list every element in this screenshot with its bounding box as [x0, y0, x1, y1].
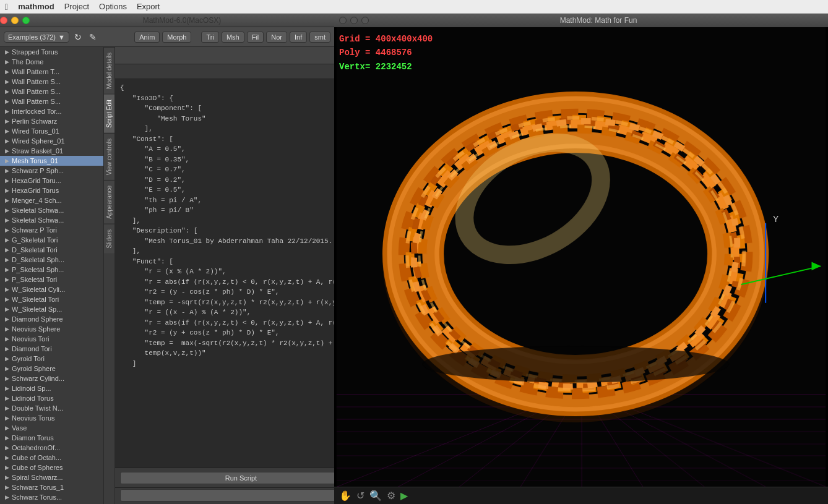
list-item[interactable]: ▶Strapped Torus [0, 47, 103, 57]
list-item[interactable]: ▶Wall Pattern S... [0, 96, 103, 106]
stop-calculations-button[interactable]: Stop calculations [120, 489, 334, 502]
list-item[interactable]: ▶Gyroid Tori [0, 354, 103, 364]
list-item[interactable]: ▶Schwarz Cylind... [0, 374, 103, 383]
menu-project[interactable]: Project [64, 2, 89, 11]
list-item-arrow: ▶ [5, 237, 9, 243]
tab-script-edit[interactable]: Script Edit [104, 94, 114, 133]
close-button[interactable] [0, 17, 7, 24]
list-item[interactable]: ▶The Dome [0, 57, 103, 67]
viewer-minimize[interactable] [350, 17, 358, 24]
list-item[interactable]: ▶Wired Sphere_01 [0, 136, 103, 146]
viewer-canvas[interactable]: Y [334, 27, 828, 487]
list-item[interactable]: ▶Diamond Sphere [0, 314, 103, 324]
list-item[interactable]: ▶Straw Basket_01 [0, 146, 103, 156]
list-item[interactable]: ▶HexaGrid Torus [0, 186, 103, 195]
fil-button[interactable]: Fil [247, 32, 264, 43]
list-item[interactable]: ▶W_Skeletal Tori [0, 294, 103, 304]
list-item[interactable]: ▶Skeletal Schwa... [0, 215, 103, 225]
edit-button[interactable]: ✎ [87, 31, 99, 43]
list-item[interactable]: ▶Schwarz Torus... [0, 492, 103, 502]
list-item[interactable]: ▶Spiral Schwarz... [0, 472, 103, 482]
morph-button[interactable]: Morph [162, 32, 191, 43]
list-item[interactable]: ▶Schwarz Torus_1 [0, 482, 103, 492]
list-item[interactable]: ▶Perlin Schwarz [0, 116, 103, 126]
list-item-arrow: ▶ [5, 484, 9, 490]
script-editor-content[interactable]: { "Iso3D": { "Component": [ "Mesh Torus"… [115, 79, 334, 468]
list-item[interactable]: ▶D_Skeletal Sph... [0, 255, 103, 265]
zoom-icon[interactable]: 🔍 [369, 490, 382, 502]
tab-sliders[interactable]: Sliders [104, 224, 114, 254]
list-item-label: Diamond Tori [12, 345, 52, 352]
torus-svg: Y [334, 27, 828, 487]
smt-button[interactable]: smt [309, 32, 330, 43]
viewer-maximize[interactable] [361, 17, 369, 24]
list-item-label: Wired Sphere_01 [12, 137, 65, 145]
list-item[interactable]: ▶Interlocked Tor... [0, 106, 103, 116]
list-item[interactable]: ▶Menger_4 Sch... [0, 195, 103, 205]
list-item-arrow: ▶ [5, 207, 9, 213]
minimize-button[interactable] [11, 17, 19, 24]
run-script-button[interactable]: Run Script [120, 472, 334, 484]
tab-model-details[interactable]: Model details [104, 47, 114, 94]
settings-icon[interactable]: ⚙ [387, 490, 395, 502]
tab-appearance[interactable]: Appearance [104, 180, 114, 224]
list-item[interactable]: ▶Schwarz P Sph... [0, 166, 103, 176]
list-item[interactable]: ▶Wall Pattern S... [0, 77, 103, 87]
list-item-arrow: ▶ [5, 79, 9, 85]
left-title-bar: MathMod-6.0(MacOSX) [0, 14, 334, 27]
tri-button[interactable]: Tri [201, 32, 218, 43]
list-item[interactable]: ▶OctahedronOf... [0, 443, 103, 453]
list-item[interactable]: ▶Diamon Torus [0, 433, 103, 443]
list-item[interactable]: ▶G_Skeletal Tori [0, 235, 103, 245]
list-item[interactable]: ▶Gyroid Sphere [0, 364, 103, 374]
list-item[interactable]: ▶Diamond Tori [0, 344, 103, 354]
apple-menu[interactable]:  [5, 2, 8, 12]
maximize-button[interactable] [22, 17, 30, 24]
examples-dropdown[interactable]: Examples (372) ▼ [4, 32, 69, 43]
list-item[interactable]: ▶Neovius Torus [0, 413, 103, 423]
list-item[interactable]: ▶Wired Torus_01 [0, 126, 103, 136]
list-item-label: Schwarz Torus_1 [12, 484, 64, 491]
play-icon[interactable]: ▶ [400, 490, 408, 502]
tab-view-controls[interactable]: View controls [104, 133, 114, 180]
list-item[interactable]: ▶P_Skeletal Tori [0, 275, 103, 284]
list-item[interactable]: ▶Lidinoid Sp... [0, 383, 103, 393]
anim-button[interactable]: Anim [134, 32, 160, 43]
menu-export[interactable]: Export [137, 2, 160, 11]
list-item[interactable]: ▶Cube of Octah... [0, 453, 103, 463]
list-item[interactable]: ▶Mesh Torus_01 [0, 156, 103, 166]
list-item[interactable]: ▶Vase [0, 423, 103, 433]
vertical-tabs: Model details Script Edit View controls … [104, 47, 115, 504]
list-item-arrow: ▶ [5, 286, 9, 293]
list-panel[interactable]: ▶Strapped Torus▶The Dome▶Wall Pattern T.… [0, 47, 104, 504]
app-name: mathmod [18, 2, 54, 11]
list-item[interactable]: ▶Lidinoid Torus [0, 393, 103, 403]
list-item[interactable]: ▶Neovius Tori [0, 334, 103, 344]
list-item[interactable]: ▶Schwarz P Tori [0, 225, 103, 235]
list-item[interactable]: ▶Double Twist N... [0, 403, 103, 413]
list-item-arrow: ▶ [5, 267, 9, 273]
viewer-traffic-lights [339, 17, 369, 24]
list-item[interactable]: ▶Wall Pattern T... [0, 67, 103, 77]
hand-icon[interactable]: ✋ [339, 490, 351, 502]
list-item-label: W_Skeletal Cyli... [12, 286, 65, 293]
list-item[interactable]: ▶W_Skeletal Cyli... [0, 284, 103, 294]
rotate-icon[interactable]: ↺ [356, 490, 364, 502]
list-item[interactable]: ▶HexaGrid Toru... [0, 176, 103, 186]
refresh-button[interactable]: ↻ [72, 31, 84, 43]
list-item-label: Wall Pattern S... [12, 78, 61, 85]
viewer-close[interactable] [339, 17, 347, 24]
list-item[interactable]: ▶Skeletal Schwa... [0, 205, 103, 215]
list-item[interactable]: ▶D_Skeletal Tori [0, 245, 103, 255]
nor-button[interactable]: Nor [266, 32, 287, 43]
list-item[interactable]: ▶W_Skeletal Sp... [0, 304, 103, 314]
list-item[interactable]: ▶Cube of Spheres [0, 463, 103, 472]
list-item[interactable]: ▶Neovius Sphere [0, 324, 103, 334]
list-item-arrow: ▶ [5, 227, 9, 233]
list-item[interactable]: ▶Wall Pattern S... [0, 87, 103, 96]
dropdown-arrow: ▼ [58, 33, 65, 41]
msh-button[interactable]: Msh [222, 32, 244, 43]
inf-button[interactable]: Inf [290, 32, 307, 43]
menu-options[interactable]: Options [99, 2, 127, 11]
list-item[interactable]: ▶P_Skeletal Sph... [0, 265, 103, 275]
